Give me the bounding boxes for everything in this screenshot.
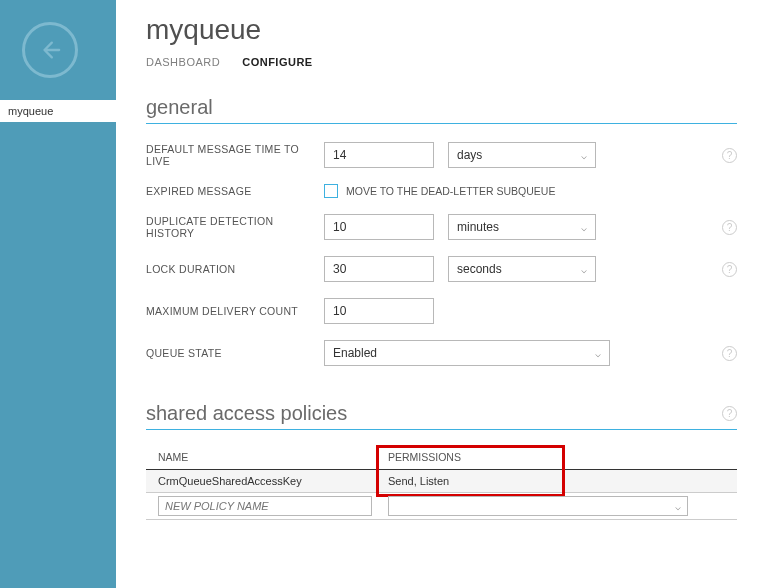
policy-name: CrmQueueSharedAccessKey — [158, 475, 388, 487]
policies-row[interactable]: CrmQueueSharedAccessKey Send, Listen — [146, 470, 737, 493]
dedupe-value-input[interactable] — [324, 214, 434, 240]
row-dedupe: DUPLICATE DETECTION HISTORY minutes ⌵ ? — [146, 214, 737, 240]
row-lock: LOCK DURATION seconds ⌵ ? — [146, 256, 737, 282]
tab-bar: DASHBOARD CONFIGURE — [146, 56, 737, 68]
policies-header-row: NAME PERMISSIONS — [146, 448, 737, 470]
chevron-down-icon: ⌵ — [675, 501, 681, 512]
chevron-down-icon: ⌵ — [581, 150, 587, 161]
chevron-down-icon: ⌵ — [581, 264, 587, 275]
column-permissions: PERMISSIONS — [388, 451, 725, 463]
section-policies: shared access policies ? NAME PERMISSION… — [146, 402, 737, 520]
chevron-down-icon: ⌵ — [581, 222, 587, 233]
policies-table: NAME PERMISSIONS CrmQueueSharedAccessKey… — [146, 448, 737, 520]
row-maxdel: MAXIMUM DELIVERY COUNT — [146, 298, 737, 324]
label-state: QUEUE STATE — [146, 347, 324, 359]
lock-value-input[interactable] — [324, 256, 434, 282]
help-icon[interactable]: ? — [722, 406, 737, 421]
row-ttl: DEFAULT MESSAGE TIME TO LIVE days ⌵ ? — [146, 142, 737, 168]
label-ttl: DEFAULT MESSAGE TIME TO LIVE — [146, 143, 324, 167]
ttl-value-input[interactable] — [324, 142, 434, 168]
help-icon[interactable]: ? — [722, 346, 737, 361]
row-state: QUEUE STATE Enabled ⌵ ? — [146, 340, 737, 366]
policies-new-row: ⌵ — [146, 493, 737, 520]
dedupe-unit-value: minutes — [457, 220, 499, 234]
state-select[interactable]: Enabled ⌵ — [324, 340, 610, 366]
tab-configure[interactable]: CONFIGURE — [242, 56, 313, 68]
label-expired: EXPIRED MESSAGE — [146, 185, 324, 197]
label-dedupe: DUPLICATE DETECTION HISTORY — [146, 215, 324, 239]
expired-checkbox-label: MOVE TO THE DEAD-LETTER SUBQUEUE — [346, 185, 555, 197]
section-policies-heading: shared access policies — [146, 402, 347, 425]
maxdel-value-input[interactable] — [324, 298, 434, 324]
help-icon[interactable]: ? — [722, 148, 737, 163]
sidebar: myqueue — [0, 0, 116, 588]
page-title: myqueue — [146, 14, 737, 46]
label-maxdel: MAXIMUM DELIVERY COUNT — [146, 305, 324, 317]
ttl-unit-value: days — [457, 148, 482, 162]
tab-dashboard[interactable]: DASHBOARD — [146, 56, 220, 68]
new-policy-permissions-select[interactable]: ⌵ — [388, 496, 688, 516]
lock-unit-value: seconds — [457, 262, 502, 276]
checkbox-icon — [324, 184, 338, 198]
label-lock: LOCK DURATION — [146, 263, 324, 275]
arrow-left-icon — [39, 39, 61, 61]
policy-permissions: Send, Listen — [388, 475, 725, 487]
chevron-down-icon: ⌵ — [595, 348, 601, 359]
help-icon[interactable]: ? — [722, 262, 737, 277]
dedupe-unit-select[interactable]: minutes ⌵ — [448, 214, 596, 240]
ttl-unit-select[interactable]: days ⌵ — [448, 142, 596, 168]
row-expired: EXPIRED MESSAGE MOVE TO THE DEAD-LETTER … — [146, 184, 737, 198]
new-policy-name-input[interactable] — [158, 496, 372, 516]
back-button[interactable] — [22, 22, 78, 78]
expired-checkbox[interactable]: MOVE TO THE DEAD-LETTER SUBQUEUE — [324, 184, 555, 198]
main-content: myqueue DASHBOARD CONFIGURE general DEFA… — [116, 0, 763, 588]
lock-unit-select[interactable]: seconds ⌵ — [448, 256, 596, 282]
section-general-heading: general — [146, 96, 737, 124]
state-value: Enabled — [333, 346, 377, 360]
help-icon[interactable]: ? — [722, 220, 737, 235]
column-name: NAME — [158, 451, 388, 463]
sidebar-item-myqueue[interactable]: myqueue — [0, 100, 116, 122]
